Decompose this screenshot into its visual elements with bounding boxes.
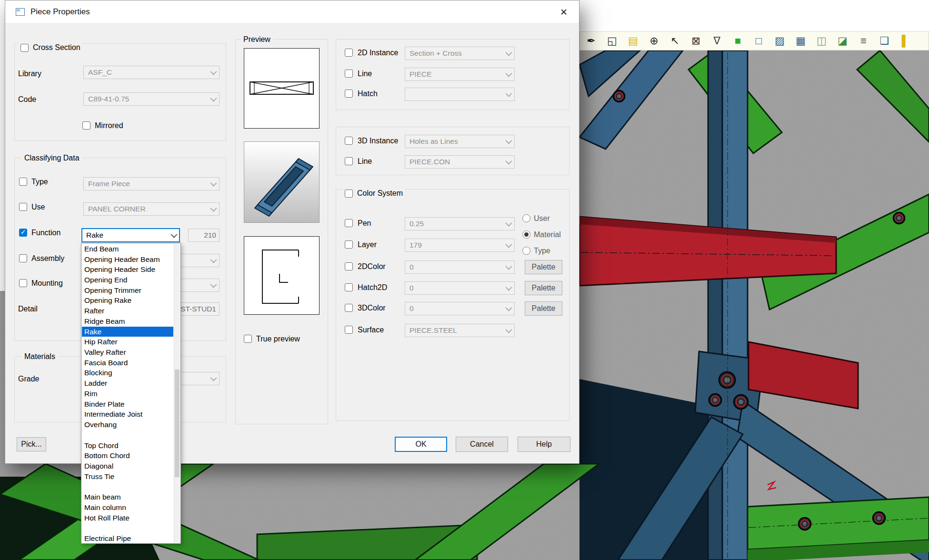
- hatch2d-palette-button[interactable]: Palette: [525, 281, 562, 295]
- color2d-select[interactable]: 0: [405, 260, 515, 274]
- function-option[interactable]: Ridge Beam: [82, 316, 173, 327]
- filter-icon[interactable]: ∇: [707, 33, 727, 49]
- function-option[interactable]: Opening Header Beam: [82, 254, 173, 265]
- snap-cursor-icon[interactable]: ⊕: [644, 33, 664, 49]
- function-option[interactable]: Opening Trimmer: [82, 285, 173, 296]
- function-option[interactable]: Binder Plate: [82, 399, 173, 410]
- scrollbar-thumb[interactable]: [175, 370, 180, 477]
- color-user-radio[interactable]: [522, 214, 530, 222]
- type-select[interactable]: Frame Piece: [83, 177, 220, 190]
- dialog-titlebar[interactable]: Piece Properties: [5, 0, 579, 23]
- cancel-button[interactable]: Cancel: [456, 437, 508, 452]
- function-option[interactable]: Intermediate Joist: [82, 410, 173, 420]
- hatch2d-select[interactable]: 0: [405, 281, 515, 295]
- function-option[interactable]: [82, 482, 173, 492]
- function-option[interactable]: Opening Rake: [82, 296, 173, 306]
- mirrored-checkbox[interactable]: [82, 121, 90, 130]
- ok-button[interactable]: OK: [395, 437, 447, 452]
- pen-checkbox[interactable]: [345, 219, 353, 227]
- chevron-down-icon: [502, 47, 514, 60]
- function-option[interactable]: Rake: [82, 327, 173, 337]
- function-option[interactable]: Blocking: [82, 368, 173, 379]
- function-option[interactable]: [82, 523, 173, 533]
- function-option[interactable]: End Beam: [82, 244, 173, 254]
- function-option[interactable]: Electrical Pipe: [82, 533, 173, 543]
- hiddenline-cube-icon[interactable]: ▨: [770, 33, 789, 49]
- color2d-checkbox[interactable]: [345, 262, 353, 270]
- color3d-palette-button[interactable]: Palette: [525, 301, 562, 316]
- function-option[interactable]: Ladder: [82, 378, 173, 389]
- function-option[interactable]: Bottom Chord: [82, 450, 173, 461]
- mounting-checkbox[interactable]: [19, 279, 27, 287]
- function-option[interactable]: Diagonal: [82, 461, 173, 471]
- line-3d-label: Line: [358, 157, 372, 166]
- color3d-checkbox[interactable]: [345, 304, 353, 312]
- function-option[interactable]: Hot Roll Plate: [82, 513, 173, 523]
- instance-2d-checkbox[interactable]: [345, 49, 353, 57]
- function-option[interactable]: Rim: [82, 389, 173, 399]
- function-option[interactable]: Hip Rafter: [82, 337, 173, 347]
- layer-select[interactable]: 179: [405, 239, 515, 252]
- function-option[interactable]: Opening End: [82, 275, 173, 285]
- color-system-checkbox[interactable]: [345, 190, 353, 198]
- hatch2d-checkbox[interactable]: [345, 283, 353, 291]
- ruler-icon[interactable]: ▤: [623, 33, 643, 49]
- outline-cube-icon[interactable]: ▦: [791, 33, 810, 49]
- close-icon[interactable]: ✕: [554, 3, 573, 20]
- instance-3d-select[interactable]: Holes as Lines: [405, 135, 515, 148]
- surface-checkbox[interactable]: [345, 326, 353, 334]
- select-solid-cube-icon[interactable]: ◪: [833, 33, 852, 49]
- line-2d-select[interactable]: PIECE: [405, 68, 515, 81]
- hatch-select[interactable]: [405, 88, 515, 101]
- layer-checkbox[interactable]: [345, 240, 353, 249]
- color2d-palette-button[interactable]: Palette: [525, 260, 562, 274]
- wireframe-cube-icon[interactable]: □: [749, 33, 769, 49]
- function-option[interactable]: Valley Rafter: [82, 347, 173, 358]
- layers-icon[interactable]: ❏: [875, 33, 894, 49]
- library-select[interactable]: ASF_C: [83, 66, 220, 79]
- chevron-down-icon: [167, 229, 180, 242]
- help-button[interactable]: Help: [518, 437, 570, 452]
- function-select[interactable]: Rake: [81, 228, 180, 242]
- line-3d-checkbox[interactable]: [345, 157, 353, 165]
- function-option[interactable]: Overhang: [82, 420, 173, 430]
- pushpin-icon[interactable]: ✒: [581, 33, 601, 49]
- clipped-edge-icon[interactable]: ▌: [896, 33, 915, 49]
- color-type-label: Type: [534, 246, 550, 256]
- color-material-radio[interactable]: [522, 230, 530, 239]
- line-2d-checkbox[interactable]: [345, 70, 353, 78]
- type-checkbox[interactable]: [19, 178, 27, 186]
- function-option[interactable]: [82, 430, 173, 440]
- function-option[interactable]: Main beam: [82, 492, 173, 502]
- cross-section-checkbox[interactable]: [20, 44, 29, 52]
- function-checkbox[interactable]: [19, 229, 27, 237]
- function-id-field[interactable]: 210: [188, 229, 220, 242]
- surface-select[interactable]: PIECE.STEEL: [405, 324, 515, 337]
- pen-select[interactable]: 0.25: [405, 217, 515, 230]
- color-type-radio[interactable]: [522, 247, 530, 255]
- function-option[interactable]: Main column: [82, 502, 173, 513]
- use-checkbox[interactable]: [19, 203, 27, 211]
- function-option[interactable]: Opening Header Side: [82, 264, 173, 275]
- ghost-cube-icon[interactable]: ◫: [812, 33, 831, 49]
- function-option[interactable]: Top Chord: [82, 440, 173, 451]
- pick-cursor-icon[interactable]: ↖: [665, 33, 685, 49]
- hatch-checkbox[interactable]: [345, 90, 353, 98]
- function-option[interactable]: Truss Tie: [82, 471, 173, 482]
- fit-view-icon[interactable]: ◱: [602, 33, 622, 49]
- assembly-checkbox[interactable]: [19, 254, 27, 262]
- erase-cursor-icon[interactable]: ⊠: [686, 33, 706, 49]
- pick-button[interactable]: Pick...: [17, 437, 46, 451]
- use-select[interactable]: PANEL CORNER: [83, 202, 220, 216]
- list-icon[interactable]: ≡: [854, 33, 873, 49]
- color3d-select[interactable]: 0: [405, 302, 515, 315]
- shaded-cube-icon[interactable]: ■: [728, 33, 748, 49]
- instance-3d-checkbox[interactable]: [345, 137, 353, 145]
- instance-2d-select[interactable]: Section + Cross: [405, 47, 515, 60]
- code-select[interactable]: C89-41-0.75: [83, 92, 220, 106]
- line-3d-select[interactable]: PIECE.CON: [405, 155, 515, 169]
- function-option[interactable]: Rafter: [82, 306, 173, 316]
- function-option[interactable]: Fascia Board: [82, 358, 173, 368]
- function-list-scrollbar[interactable]: [174, 244, 180, 543]
- true-preview-checkbox[interactable]: [244, 335, 252, 343]
